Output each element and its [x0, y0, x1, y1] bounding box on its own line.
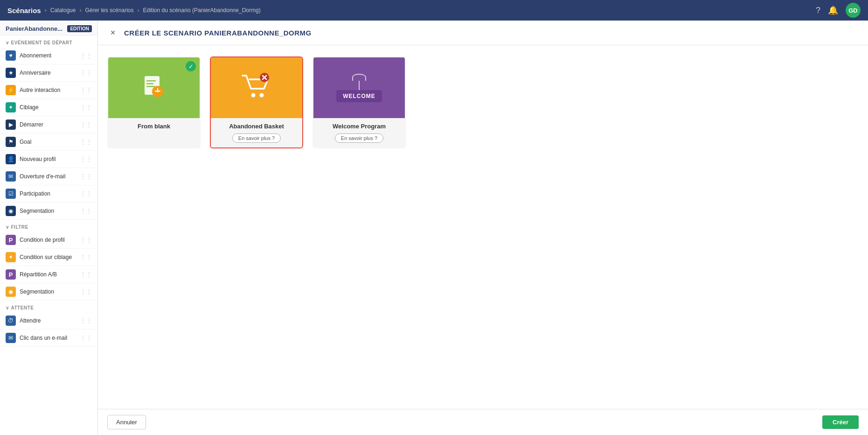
drag-handle[interactable]: ⋮⋮: [80, 138, 92, 146]
main-layout: PanierAbandonne... EDITION ∨ EVÉNEMENT D…: [0, 21, 868, 435]
avatar[interactable]: GD: [846, 3, 861, 18]
demarrer-label: Démarrer: [20, 121, 76, 128]
sidebar-item-anniversaire[interactable]: ★ Anniversaire ⋮⋮: [0, 64, 97, 82]
drag-handle[interactable]: ⋮⋮: [80, 288, 92, 295]
welcome-pole: [359, 81, 360, 90]
drag-handle[interactable]: ⋮⋮: [80, 236, 92, 244]
drag-handle[interactable]: ⋮⋮: [80, 69, 92, 77]
card-welcome-program[interactable]: WELCOME Welcome Program En savoir plus ?: [312, 56, 406, 148]
svg-point-9: [260, 93, 264, 98]
dialog-title: CRÉER LE SCENARIO PANIERABANDONNE_DORMG: [124, 29, 312, 37]
create-button[interactable]: Créer: [822, 415, 859, 429]
breadcrumb-gerer[interactable]: Gérer les scénarios: [85, 7, 133, 14]
welcome-visual: WELCOME: [336, 74, 382, 102]
sidebar-item-ouverture-email[interactable]: ✉ Ouverture d'e-mail ⋮⋮: [0, 168, 97, 185]
segmentation-filtre-label: Segmentation: [20, 288, 76, 295]
sidebar-item-condition-ciblage[interactable]: ✦ Condition sur ciblage ⋮⋮: [0, 249, 97, 266]
drag-handle[interactable]: ⋮⋮: [80, 155, 92, 163]
sidebar-item-repartition-ab[interactable]: P Répartition A/B ⋮⋮: [0, 266, 97, 283]
condition-profil-icon: P: [6, 235, 16, 245]
clic-email-icon: ✉: [6, 333, 16, 343]
learn-more-abandoned-basket[interactable]: En savoir plus ?: [232, 133, 281, 143]
card-name-welcome-program: Welcome Program: [319, 123, 399, 130]
segmentation-ev-icon: ◉: [6, 206, 16, 216]
ouverture-email-icon: ✉: [6, 171, 16, 182]
blank-visual: [140, 74, 168, 102]
learn-more-welcome-program[interactable]: En savoir plus ?: [335, 133, 383, 143]
sidebar-item-participation[interactable]: ☑ Participation ⋮⋮: [0, 185, 97, 203]
sidebar-item-nouveau-profil[interactable]: 👤 Nouveau profil ⋮⋮: [0, 151, 97, 168]
cancel-button[interactable]: Annuler: [107, 415, 146, 429]
drag-handle[interactable]: ⋮⋮: [80, 173, 92, 180]
sep1: ›: [45, 7, 47, 14]
sidebar-item-autre-interaction[interactable]: ⚡ Autre interaction ⋮⋮: [0, 82, 97, 99]
sidebar-item-goal[interactable]: ⚑ Goal ⋮⋮: [0, 133, 97, 151]
chevron-filtre: ∨: [6, 225, 9, 230]
autre-interaction-icon: ⚡: [6, 85, 16, 95]
dialog-footer: Annuler Créer: [98, 409, 868, 435]
drag-handle[interactable]: ⋮⋮: [80, 86, 92, 94]
card-body-abandoned-basket: Abandoned Basket En savoir plus ?: [211, 118, 302, 147]
anniversaire-icon: ★: [6, 68, 16, 78]
drag-handle[interactable]: ⋮⋮: [80, 190, 92, 197]
sidebar-item-abonnement[interactable]: ♥ Abonnement ⋮⋮: [0, 47, 97, 64]
sidebar-item-segmentation-filtre[interactable]: ◉ Segmentation ⋮⋮: [0, 283, 97, 301]
condition-ciblage-label: Condition sur ciblage: [20, 254, 76, 260]
drag-handle[interactable]: ⋮⋮: [80, 317, 92, 324]
svg-rect-2: [146, 83, 153, 84]
drag-handle[interactable]: ⋮⋮: [80, 271, 92, 278]
nouveau-profil-label: Nouveau profil: [20, 156, 76, 162]
participation-icon: ☑: [6, 189, 16, 199]
card-body-from-blank: From blank: [108, 118, 200, 138]
repartition-ab-label: Répartition A/B: [20, 271, 76, 278]
card-image-from-blank: ✓: [108, 57, 200, 118]
anniversaire-label: Anniversaire: [20, 70, 76, 76]
drag-handle[interactable]: ⋮⋮: [80, 52, 92, 59]
condition-profil-label: Condition de profil: [20, 237, 76, 243]
nav-right: ? 🔔 GD: [816, 3, 861, 18]
abonnement-label: Abonnement: [20, 52, 76, 59]
breadcrumb-edition[interactable]: Edition du scénario (PanierAbandonne_Dor…: [143, 7, 260, 14]
breadcrumb-catalogue[interactable]: Catalogue: [50, 7, 76, 14]
drag-handle[interactable]: ⋮⋮: [80, 207, 92, 215]
segmentation-filtre-icon: ◉: [6, 287, 16, 297]
attendre-icon: ⏱: [6, 316, 16, 326]
section-attente: ∨ ATTENTE: [0, 301, 97, 312]
card-from-blank[interactable]: ✓ Fr: [107, 56, 201, 148]
card-body-welcome-program: Welcome Program En savoir plus ?: [313, 118, 405, 147]
sidebar-header: PanierAbandonne... EDITION: [0, 21, 97, 35]
chevron-attente: ∨: [6, 305, 9, 310]
sidebar-tab-name: PanierAbandonne...: [6, 25, 62, 32]
close-button[interactable]: ×: [107, 27, 118, 38]
help-icon[interactable]: ?: [816, 6, 820, 15]
cart-icon: [240, 72, 273, 102]
bell-icon[interactable]: 🔔: [828, 5, 838, 15]
card-name-abandoned-basket: Abandoned Basket: [216, 123, 297, 130]
card-image-welcome-program: WELCOME: [313, 57, 405, 118]
top-nav: Scénarios › Catalogue › Gérer les scénar…: [0, 0, 868, 21]
sidebar-item-ciblage[interactable]: ✦ Ciblage ⋮⋮: [0, 99, 97, 116]
demarrer-icon: ▶: [6, 119, 16, 130]
drag-handle[interactable]: ⋮⋮: [80, 121, 92, 128]
sidebar-item-segmentation-ev[interactable]: ◉ Segmentation ⋮⋮: [0, 203, 97, 220]
sidebar-item-attendre[interactable]: ⏱ Attendre ⋮⋮: [0, 312, 97, 330]
drag-handle[interactable]: ⋮⋮: [80, 104, 92, 111]
card-check-from-blank: ✓: [186, 61, 196, 71]
sidebar-item-clic-email[interactable]: ✉ Clic dans un e-mail ⋮⋮: [0, 330, 97, 347]
repartition-ab-icon: P: [6, 269, 16, 280]
cards-container: ✓ Fr: [98, 45, 868, 409]
drag-handle[interactable]: ⋮⋮: [80, 253, 92, 261]
svg-rect-1: [146, 80, 156, 82]
nav-left: Scénarios › Catalogue › Gérer les scénar…: [7, 7, 261, 14]
blank-icon: [140, 74, 168, 102]
content-area: × CRÉER LE SCENARIO PANIERABANDONNE_DORM…: [98, 21, 868, 435]
welcome-sign: WELCOME: [336, 90, 382, 102]
sep2: ›: [79, 7, 81, 14]
edition-badge: EDITION: [67, 25, 92, 32]
app-title: Scénarios: [7, 7, 41, 14]
card-abandoned-basket[interactable]: Abandoned Basket En savoir plus ?: [210, 56, 303, 148]
drag-handle[interactable]: ⋮⋮: [80, 334, 92, 342]
sidebar-item-demarrer[interactable]: ▶ Démarrer ⋮⋮: [0, 116, 97, 133]
ciblage-label: Ciblage: [20, 104, 76, 111]
sidebar-item-condition-profil[interactable]: P Condition de profil ⋮⋮: [0, 232, 97, 249]
